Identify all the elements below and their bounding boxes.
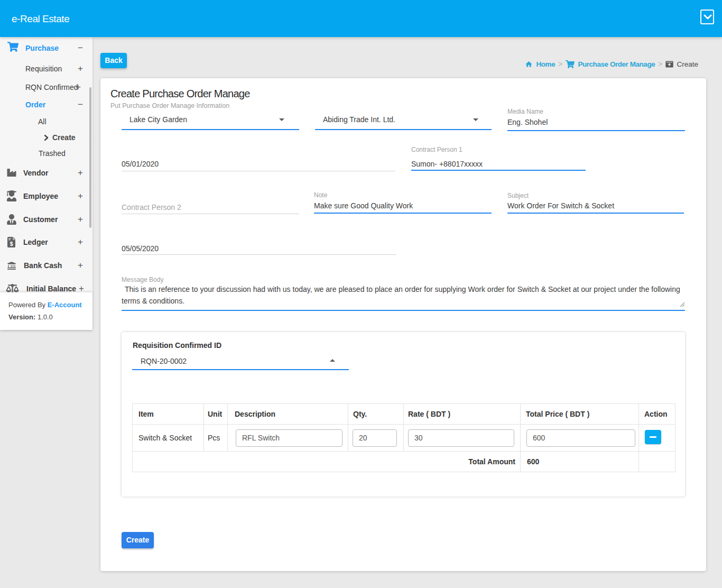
- svg-text:$: $: [10, 241, 13, 247]
